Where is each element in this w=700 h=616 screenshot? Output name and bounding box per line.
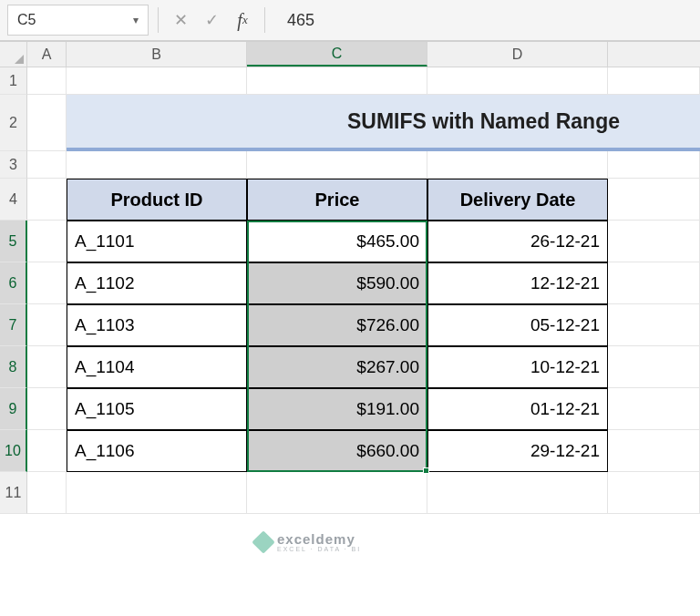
table-row: A_1104 $267.00 10-12-21	[27, 346, 700, 388]
product-id-cell[interactable]: A_1105	[67, 388, 247, 430]
cell[interactable]	[247, 151, 427, 179]
table-header[interactable]: Delivery Date	[427, 179, 608, 221]
price-cell[interactable]: $465.00	[247, 221, 427, 262]
date-cell[interactable]: 05-12-21	[427, 304, 608, 346]
grid-row	[27, 151, 700, 179]
grid-row: Product ID Price Delivery Date	[27, 179, 700, 221]
cell[interactable]	[608, 472, 700, 514]
cell[interactable]	[427, 67, 608, 95]
cell[interactable]	[608, 388, 700, 430]
table-row: A_1102 $590.00 12-12-21	[27, 262, 700, 304]
cell[interactable]	[608, 262, 700, 304]
row-header[interactable]: 11	[0, 472, 27, 514]
cell[interactable]	[27, 67, 67, 95]
row-header[interactable]: 3	[0, 151, 27, 179]
table-row: A_1101 $465.00 26-12-21	[27, 221, 700, 262]
fx-icon[interactable]: fx	[230, 7, 255, 33]
price-cell[interactable]: $590.00	[247, 262, 427, 304]
formula-input[interactable]: 465	[274, 11, 693, 30]
row-header[interactable]: 9	[0, 388, 27, 430]
col-header-D[interactable]: D	[427, 42, 608, 67]
cell[interactable]	[27, 472, 67, 514]
watermark-brand: exceldemy	[277, 532, 361, 546]
column-header-row: A B C D	[0, 42, 700, 67]
date-cell[interactable]: 26-12-21	[427, 221, 608, 262]
watermark-tagline: EXCEL · DATA · BI	[277, 546, 361, 552]
product-id-cell[interactable]: A_1106	[67, 430, 247, 472]
date-cell[interactable]: 01-12-21	[427, 388, 608, 430]
price-cell[interactable]: $267.00	[247, 346, 427, 388]
cancel-icon[interactable]: ✕	[168, 7, 193, 33]
separator	[264, 7, 265, 33]
separator	[158, 7, 159, 33]
row-header[interactable]: 5	[0, 221, 27, 262]
cell[interactable]	[608, 67, 700, 95]
col-header-C[interactable]: C	[247, 42, 427, 67]
price-cell[interactable]: $726.00	[247, 304, 427, 346]
table-row: A_1106 $660.00 29-12-21	[27, 430, 700, 472]
cell[interactable]	[427, 472, 608, 514]
row-header[interactable]: 7	[0, 304, 27, 346]
cell[interactable]	[608, 221, 700, 262]
watermark: exceldemy EXCEL · DATA · BI	[255, 532, 361, 552]
product-id-cell[interactable]: A_1101	[67, 221, 247, 262]
cell[interactable]	[247, 67, 427, 95]
cell[interactable]	[27, 304, 67, 346]
table-row: A_1105 $191.00 01-12-21	[27, 388, 700, 430]
grid-row	[27, 472, 700, 514]
watermark-logo-icon	[252, 530, 274, 553]
product-id-cell[interactable]: A_1103	[67, 304, 247, 346]
cell[interactable]	[608, 304, 700, 346]
cell[interactable]	[27, 221, 67, 262]
grid-row	[27, 95, 700, 151]
grid-row	[27, 67, 700, 95]
name-box[interactable]: C5 ▾	[7, 5, 149, 36]
cell[interactable]	[27, 151, 67, 179]
cell[interactable]	[67, 67, 247, 95]
price-cell[interactable]: $191.00	[247, 388, 427, 430]
cell[interactable]	[608, 346, 700, 388]
row-header[interactable]: 10	[0, 430, 27, 472]
row-header[interactable]: 2	[0, 95, 27, 151]
col-header-A[interactable]: A	[27, 42, 67, 67]
cell[interactable]	[608, 430, 700, 472]
product-id-cell[interactable]: A_1102	[67, 262, 247, 304]
grid-body: 1 2 3 4 5 6 7 8 9 10 11 SUMIFS with Name…	[0, 67, 700, 514]
formula-bar: C5 ▾ ✕ ✓ fx 465	[0, 0, 700, 42]
table-header[interactable]: Price	[247, 179, 427, 221]
cell[interactable]	[27, 346, 67, 388]
product-id-cell[interactable]: A_1104	[67, 346, 247, 388]
cell[interactable]	[27, 430, 67, 472]
confirm-icon[interactable]: ✓	[199, 7, 224, 33]
cell[interactable]	[67, 472, 247, 514]
row-header[interactable]: 8	[0, 346, 27, 388]
date-cell[interactable]: 12-12-21	[427, 262, 608, 304]
table-row: A_1103 $726.00 05-12-21	[27, 304, 700, 346]
cell[interactable]	[27, 95, 67, 151]
cell[interactable]	[608, 151, 700, 179]
select-all-corner[interactable]	[0, 42, 27, 67]
row-header-col: 1 2 3 4 5 6 7 8 9 10 11	[0, 67, 27, 514]
row-header[interactable]: 6	[0, 262, 27, 304]
row-header[interactable]: 1	[0, 67, 27, 95]
cell[interactable]	[27, 388, 67, 430]
cell[interactable]	[608, 179, 700, 221]
cell[interactable]	[247, 472, 427, 514]
cell[interactable]	[427, 151, 608, 179]
date-cell[interactable]: 29-12-21	[427, 430, 608, 472]
date-cell[interactable]: 10-12-21	[427, 346, 608, 388]
cells-area[interactable]: SUMIFS with Named Range Pr	[27, 67, 700, 514]
name-box-value: C5	[17, 12, 36, 28]
chevron-down-icon[interactable]: ▾	[133, 14, 139, 26]
cell[interactable]	[67, 151, 247, 179]
cell[interactable]	[27, 179, 67, 221]
col-header-B[interactable]: B	[67, 42, 247, 67]
table-header[interactable]: Product ID	[67, 179, 247, 221]
row-header[interactable]: 4	[0, 179, 27, 221]
price-cell[interactable]: $660.00	[247, 430, 427, 472]
cell[interactable]	[27, 262, 67, 304]
